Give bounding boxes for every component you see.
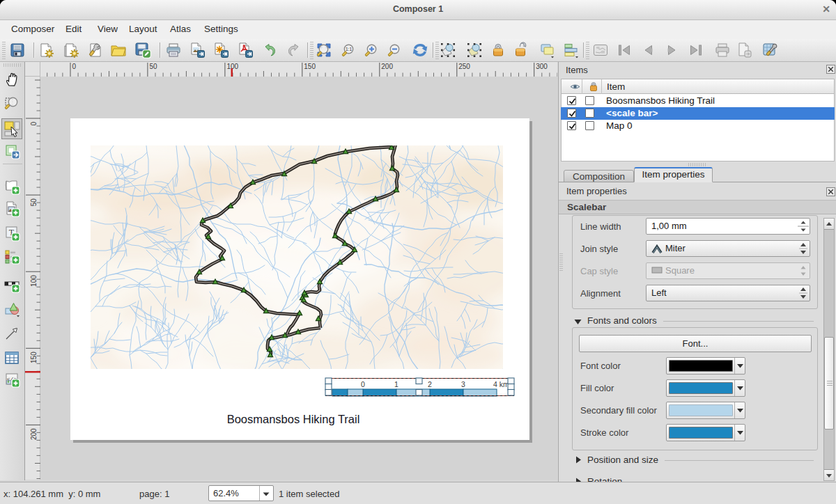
svg-text:4 km: 4 km	[493, 380, 509, 388]
svg-text:2: 2	[428, 380, 432, 388]
svg-text:1: 1	[394, 380, 398, 388]
svg-text:150: 150	[304, 63, 316, 70]
svg-text:150: 150	[30, 352, 38, 363]
svg-text:50: 50	[149, 63, 157, 70]
svg-text:200: 200	[30, 428, 38, 440]
svg-text:250: 250	[458, 63, 470, 70]
svg-text:0: 0	[361, 380, 365, 388]
svg-text:200: 200	[381, 63, 393, 70]
svg-text:50: 50	[30, 198, 38, 207]
svg-text:100: 100	[30, 275, 38, 287]
svg-text:0: 0	[72, 63, 77, 70]
svg-text:3: 3	[461, 380, 465, 388]
svg-text:0: 0	[30, 122, 38, 126]
svg-text:300: 300	[536, 63, 548, 70]
svg-text:1:1: 1:1	[346, 47, 352, 52]
